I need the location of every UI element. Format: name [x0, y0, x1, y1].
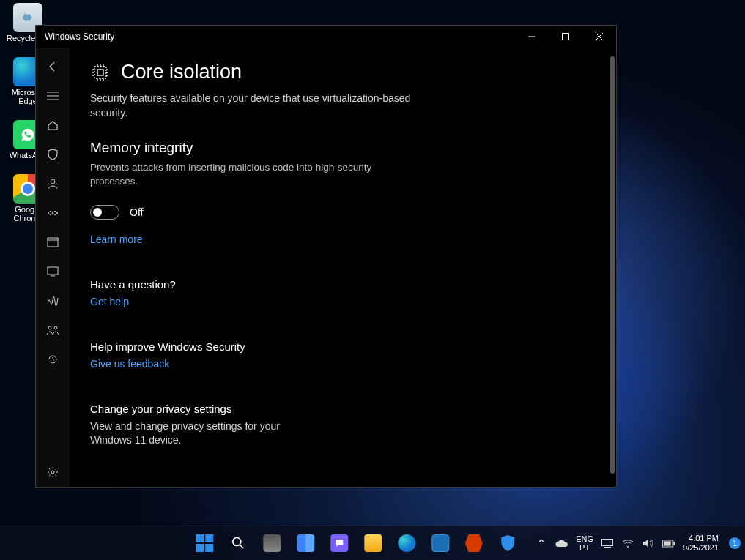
- settings-button[interactable]: [36, 458, 70, 487]
- sidebar-item-device-security[interactable]: [36, 257, 70, 286]
- menu-button[interactable]: [36, 81, 70, 111]
- memory-integrity-toggle[interactable]: [90, 205, 119, 220]
- task-view-button[interactable]: [257, 529, 286, 558]
- memory-integrity-desc: Prevents attacks from inserting maliciou…: [90, 160, 405, 189]
- onedrive-icon[interactable]: [555, 537, 568, 550]
- language-indicator[interactable]: ENGPT: [576, 534, 593, 552]
- maximize-button[interactable]: [549, 26, 582, 48]
- svg-point-31: [232, 538, 240, 546]
- search-button[interactable]: [223, 529, 253, 558]
- file-explorer-button[interactable]: [358, 529, 388, 558]
- sidebar-item-virus[interactable]: [36, 140, 70, 169]
- system-tray: ⌃ ENGPT 4:01 PM9/25/2021 1: [535, 534, 741, 552]
- svg-point-7: [51, 179, 55, 184]
- svg-point-16: [51, 471, 54, 474]
- toggle-state-label: Off: [130, 206, 143, 218]
- back-button[interactable]: [36, 52, 70, 81]
- svg-rect-1: [563, 34, 569, 40]
- window-title: Windows Security: [36, 31, 515, 42]
- svg-rect-18: [97, 70, 103, 75]
- svg-rect-33: [602, 540, 613, 546]
- sidebar-item-performance[interactable]: [36, 286, 70, 316]
- taskbar: ⌃ ENGPT 4:01 PM9/25/2021 1: [0, 526, 745, 560]
- svg-rect-12: [48, 267, 58, 275]
- svg-rect-38: [664, 541, 671, 545]
- privacy-heading: Change your privacy settings: [90, 403, 596, 415]
- sidebar: [36, 48, 70, 487]
- scrollbar[interactable]: [610, 56, 615, 474]
- store-button[interactable]: [426, 529, 455, 558]
- svg-line-32: [240, 545, 243, 548]
- security-taskbar-button[interactable]: [493, 529, 522, 558]
- volume-icon[interactable]: [642, 537, 655, 550]
- battery-icon[interactable]: [662, 537, 675, 550]
- sidebar-item-home[interactable]: [36, 111, 70, 140]
- question-heading: Have a question?: [90, 278, 596, 291]
- svg-point-14: [48, 326, 51, 329]
- notification-badge[interactable]: 1: [729, 537, 741, 549]
- wifi-icon[interactable]: [621, 537, 634, 550]
- sidebar-item-account[interactable]: [36, 169, 70, 198]
- widgets-button[interactable]: [291, 529, 320, 558]
- windows-security-window: Windows Security: [35, 25, 617, 488]
- input-icon[interactable]: [601, 537, 614, 550]
- svg-point-35: [627, 546, 629, 548]
- page-subtitle: Security features available on your devi…: [90, 91, 434, 121]
- privacy-desc: View and change privacy settings for you…: [90, 419, 281, 448]
- svg-rect-17: [94, 67, 106, 78]
- core-isolation-icon: [90, 62, 111, 83]
- svg-point-15: [54, 326, 57, 329]
- minimize-button[interactable]: [515, 26, 549, 48]
- page-title: Core isolation: [121, 61, 242, 83]
- content-area: Core isolation Security features availab…: [70, 48, 610, 487]
- svg-rect-37: [673, 542, 675, 545]
- clock[interactable]: 4:01 PM9/25/2021: [683, 534, 719, 552]
- improve-heading: Help improve Windows Security: [90, 340, 596, 353]
- office-button[interactable]: [459, 529, 489, 558]
- edge-taskbar-button[interactable]: [392, 529, 421, 558]
- sidebar-item-firewall[interactable]: [36, 198, 70, 228]
- titlebar: Windows Security: [36, 26, 616, 48]
- feedback-link[interactable]: Give us feedback: [90, 358, 169, 370]
- sidebar-item-history[interactable]: [36, 345, 70, 374]
- close-button[interactable]: [582, 26, 616, 48]
- sidebar-item-family[interactable]: [36, 316, 70, 345]
- learn-more-link[interactable]: Learn more: [90, 234, 143, 245]
- get-help-link[interactable]: Get help: [90, 296, 129, 307]
- start-button[interactable]: [190, 529, 219, 558]
- tray-chevron-icon[interactable]: ⌃: [535, 537, 548, 550]
- sidebar-item-app-browser[interactable]: [36, 228, 70, 257]
- svg-rect-10: [48, 238, 58, 247]
- memory-integrity-heading: Memory integrity: [90, 140, 596, 156]
- chat-button[interactable]: [325, 529, 354, 558]
